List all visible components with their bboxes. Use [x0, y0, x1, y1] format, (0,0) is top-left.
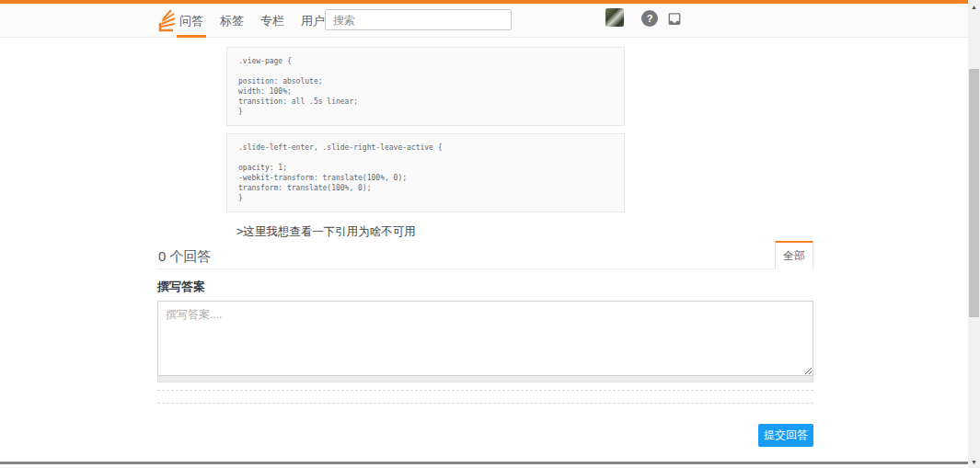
nav-item-label: 用户 [301, 14, 325, 28]
nav-item-label: 问答 [179, 14, 203, 28]
answer-textarea[interactable] [157, 301, 813, 376]
help-glyph: ? [647, 13, 653, 24]
active-tab-underline [177, 35, 206, 38]
nav-item-columns[interactable]: 专栏 [260, 4, 284, 38]
answers-count: 0 个回答 [158, 248, 212, 266]
nav-item-users[interactable]: 用户 [301, 4, 325, 38]
help-icon[interactable]: ? [641, 10, 658, 27]
code-block: .view-page { position: absolute; width: … [226, 47, 625, 126]
footer-divider [0, 462, 968, 464]
compose-heading: 撰写答案 [157, 279, 205, 295]
editor-bottom-bar [157, 376, 813, 382]
divider-dashed [157, 403, 813, 404]
main-nav: 问答 标签 专栏 用户 [179, 4, 325, 38]
nav-item-questions[interactable]: 问答 [179, 4, 203, 38]
nav-item-label: 专栏 [260, 14, 284, 28]
scroll-down-arrow-icon[interactable]: ▼ [968, 455, 980, 468]
scrollbar-thumb[interactable] [969, 69, 979, 317]
vertical-scrollbar[interactable]: ▲ ▼ [968, 0, 980, 468]
filter-tab-all[interactable]: 全部 [775, 241, 813, 269]
nav-item-tags[interactable]: 标签 [220, 4, 244, 38]
submit-answer-button[interactable]: 提交回答 [758, 424, 813, 447]
question-note: >这里我想查看一下引用为啥不可用 [236, 224, 625, 240]
user-avatar[interactable] [605, 8, 624, 27]
page: 问答 标签 专栏 用户 ? .view-page { position: abs… [0, 0, 980, 468]
answer-editor [157, 301, 813, 382]
code-block: .slide-left-enter, .slide-right-leave-ac… [226, 133, 625, 212]
question-body: .view-page { position: absolute; width: … [226, 47, 625, 240]
answers-header: 0 个回答 全部 [157, 241, 813, 269]
inbox-icon[interactable] [666, 11, 683, 27]
nav-item-label: 标签 [220, 14, 244, 28]
segmentfault-logo-icon[interactable] [157, 9, 178, 33]
divider-dashed [157, 390, 813, 391]
header: 问答 标签 专栏 用户 ? [0, 4, 968, 38]
scroll-up-arrow-icon[interactable]: ▲ [968, 0, 980, 13]
search-input[interactable] [325, 9, 512, 30]
